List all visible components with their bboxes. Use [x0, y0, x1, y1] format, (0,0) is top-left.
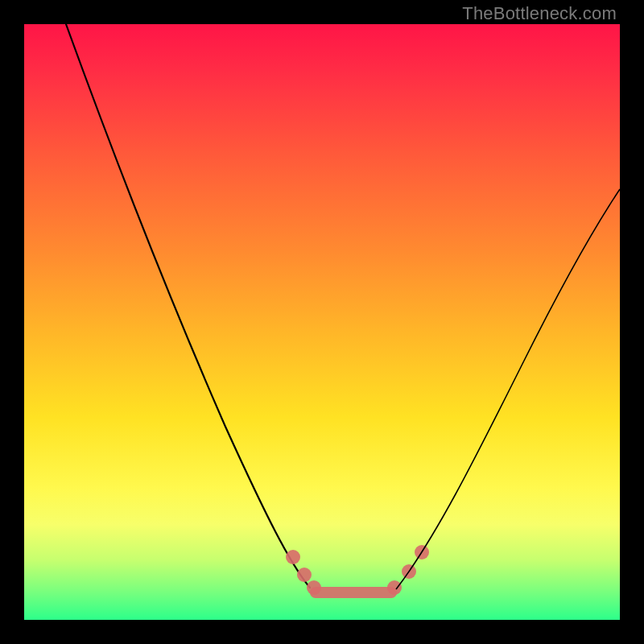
right-branch-curve — [396, 189, 620, 589]
plot-area — [24, 24, 620, 620]
marker-dot — [286, 550, 300, 564]
watermark-text: TheBottleneck.com — [462, 3, 617, 24]
marker-dot — [387, 580, 402, 595]
left-branch-curve — [66, 24, 310, 588]
marker-dot — [307, 580, 321, 595]
curve-layer — [24, 24, 620, 620]
marker-dot — [297, 568, 312, 582]
chart-frame: TheBottleneck.com — [0, 0, 644, 644]
